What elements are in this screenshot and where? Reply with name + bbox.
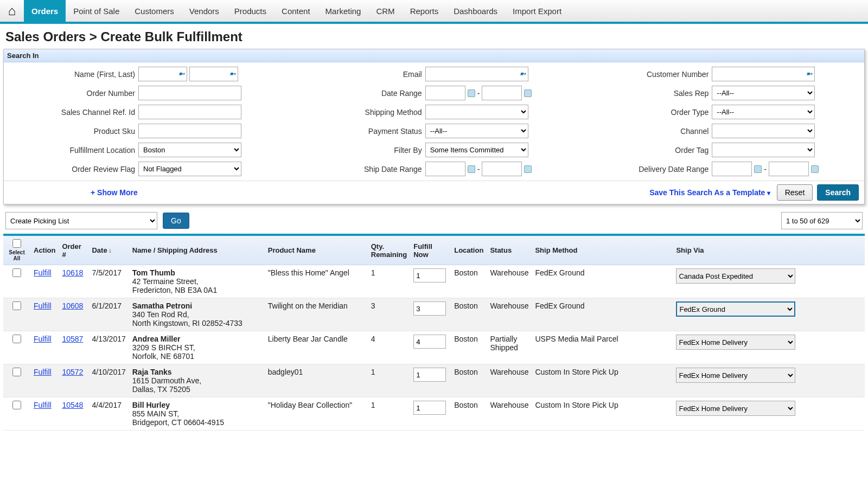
search-panel: Search In Name (First, Last) ➼ ➼ Email ➼… xyxy=(3,49,865,204)
col-date[interactable]: Date↓ xyxy=(88,236,129,265)
cell-qty-remaining: 3 xyxy=(368,298,410,331)
label-customer-number: Customer Number xyxy=(582,70,712,79)
col-fulfill-now[interactable]: Fulfill Now xyxy=(410,236,451,265)
row-checkbox[interactable] xyxy=(12,268,21,277)
order-number-link[interactable]: 10548 xyxy=(62,401,83,409)
order-number-link[interactable]: 10587 xyxy=(62,335,83,343)
nav-tab-vendors[interactable]: Vendors xyxy=(182,0,227,22)
row-checkbox[interactable] xyxy=(12,335,21,343)
calendar-icon[interactable] xyxy=(811,165,819,173)
row-checkbox[interactable] xyxy=(12,301,21,310)
fulfill-link[interactable]: Fulfill xyxy=(34,335,52,343)
order-number-link[interactable]: 10572 xyxy=(62,368,83,376)
col-product[interactable]: Product Name xyxy=(265,236,368,265)
ship-via-select[interactable]: FedEx Home Delivery xyxy=(676,401,795,416)
shipping-method-select[interactable] xyxy=(425,105,528,119)
col-action[interactable]: Action xyxy=(30,236,59,265)
fulfill-now-input[interactable] xyxy=(413,401,446,415)
col-location[interactable]: Location xyxy=(451,236,487,265)
row-checkbox[interactable] xyxy=(12,401,21,409)
col-qty-remaining[interactable]: Qty. Remaining xyxy=(368,236,410,265)
channel-select[interactable] xyxy=(712,124,815,138)
nav-tab-products[interactable]: Products xyxy=(227,0,274,22)
page-title: Sales Orders > Create Bulk Fulfillment xyxy=(0,24,868,49)
calendar-icon[interactable] xyxy=(524,165,532,173)
fulfill-now-input[interactable] xyxy=(413,368,446,382)
nav-tab-marketing[interactable]: Marketing xyxy=(318,0,369,22)
ship-date-from-input[interactable] xyxy=(425,162,465,176)
fulfill-link[interactable]: Fulfill xyxy=(34,268,52,277)
cell-product: "Holiday Bear Collection" xyxy=(265,397,368,431)
nav-tab-crm[interactable]: CRM xyxy=(368,0,402,22)
email-input[interactable] xyxy=(425,67,528,81)
nav-tab-import-export[interactable]: Import Export xyxy=(505,0,569,22)
sales-channel-ref-input[interactable] xyxy=(138,105,241,119)
product-sku-input[interactable] xyxy=(138,124,241,138)
nav-tab-dashboards[interactable]: Dashboards xyxy=(446,0,505,22)
col-ship-via[interactable]: Ship Via xyxy=(673,236,865,265)
last-name-input[interactable] xyxy=(189,67,238,81)
calendar-icon[interactable] xyxy=(754,165,762,173)
top-nav: ⌂ Orders Point of Sale Customers Vendors… xyxy=(0,0,868,24)
sales-rep-select[interactable]: --All-- xyxy=(712,86,815,100)
show-more-link[interactable]: Show More xyxy=(91,188,138,197)
date-range-to-input[interactable] xyxy=(482,86,522,100)
fulfill-now-input[interactable] xyxy=(413,301,446,316)
delivery-date-from-input[interactable] xyxy=(712,162,752,176)
order-tag-select[interactable] xyxy=(712,143,815,157)
search-panel-header: Search In xyxy=(4,49,864,62)
select-all-checkbox[interactable] xyxy=(12,239,21,248)
label-filter-by: Filter By xyxy=(295,146,425,155)
bulk-action-select[interactable]: Create Picking List xyxy=(5,212,157,229)
col-order-no[interactable]: Order # xyxy=(59,236,88,265)
fulfill-link[interactable]: Fulfill xyxy=(34,401,52,409)
calendar-icon[interactable] xyxy=(524,89,532,97)
cell-date: 4/4/2017 xyxy=(88,397,129,431)
nav-tab-orders[interactable]: Orders xyxy=(24,0,66,22)
ship-via-select[interactable]: FedEx Home Delivery xyxy=(676,335,795,350)
nav-tab-pos[interactable]: Point of Sale xyxy=(66,0,127,22)
save-search-template-link[interactable]: Save This Search As a Template xyxy=(649,188,770,197)
nav-tab-reports[interactable]: Reports xyxy=(403,0,446,22)
order-number-link[interactable]: 10618 xyxy=(62,268,83,277)
label-order-tag: Order Tag xyxy=(582,146,712,155)
col-name-addr[interactable]: Name / Shipping Address xyxy=(129,236,265,265)
order-number-input[interactable] xyxy=(138,86,241,100)
col-status[interactable]: Status xyxy=(487,236,532,265)
ship-via-select[interactable]: Canada Post Expedited xyxy=(676,268,795,284)
fulfill-now-input[interactable] xyxy=(413,335,446,349)
delivery-date-to-input[interactable] xyxy=(769,162,809,176)
ship-via-select[interactable]: FedEx Home Delivery xyxy=(676,368,795,383)
filter-by-select[interactable]: Some Items Committed xyxy=(425,143,528,157)
cell-location: Boston xyxy=(451,397,487,431)
ship-via-select[interactable]: FedEx Ground xyxy=(676,301,795,317)
cell-status: Warehouse xyxy=(487,298,532,331)
nav-tab-content[interactable]: Content xyxy=(274,0,318,22)
order-type-select[interactable]: --All-- xyxy=(712,105,815,119)
order-review-flag-select[interactable]: Not Flagged xyxy=(138,162,241,176)
order-number-link[interactable]: 10608 xyxy=(62,301,83,310)
calendar-icon[interactable] xyxy=(468,165,475,173)
ship-date-to-input[interactable] xyxy=(482,162,522,176)
fulfill-now-input[interactable] xyxy=(413,268,446,282)
reset-button[interactable]: Reset xyxy=(777,184,813,201)
date-range-from-input[interactable] xyxy=(425,86,465,100)
first-name-input[interactable] xyxy=(138,67,187,81)
go-button[interactable]: Go xyxy=(163,213,189,229)
col-ship-method[interactable]: Ship Method xyxy=(532,236,673,265)
pager-select[interactable]: 1 to 50 of 629 xyxy=(781,212,863,229)
fulfill-link[interactable]: Fulfill xyxy=(34,368,52,376)
cell-status: Warehouse xyxy=(487,397,532,431)
customer-number-input[interactable] xyxy=(712,67,815,81)
fulfill-link[interactable]: Fulfill xyxy=(34,301,52,310)
cell-qty-remaining: 1 xyxy=(368,364,410,397)
label-ship-date-range: Ship Date Range xyxy=(295,165,425,174)
nav-tab-customers[interactable]: Customers xyxy=(127,0,182,22)
fulfillment-location-select[interactable]: Boston xyxy=(138,143,241,157)
home-icon[interactable]: ⌂ xyxy=(0,0,24,22)
calendar-icon[interactable] xyxy=(468,89,475,97)
row-checkbox[interactable] xyxy=(12,368,21,376)
label-delivery-date-range: Delivery Date Range xyxy=(582,165,712,174)
search-button[interactable]: Search xyxy=(817,184,859,201)
payment-status-select[interactable]: --All-- xyxy=(425,124,528,138)
